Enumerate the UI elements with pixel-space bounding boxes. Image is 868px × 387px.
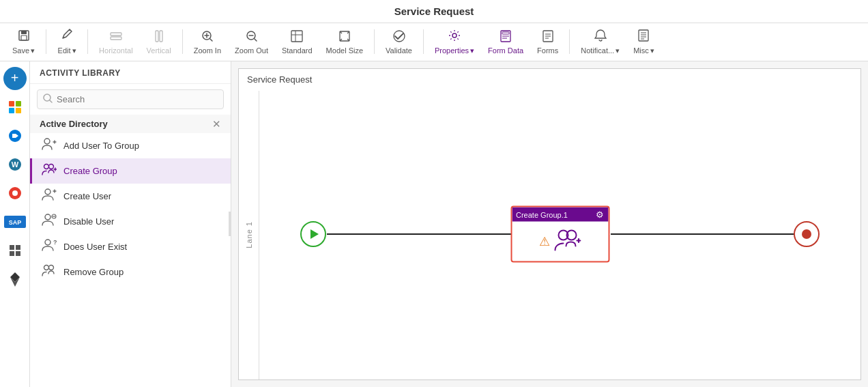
side-nav-zoom[interactable]: [3, 124, 27, 147]
zoom-out-button[interactable]: Zoom Out: [229, 27, 274, 58]
side-nav-sap[interactable]: SAP: [3, 210, 27, 233]
category-header: Active Directory ✕: [30, 115, 231, 133]
sep6: [569, 29, 570, 54]
edit-label: Edit: [58, 46, 71, 55]
library-item-create-group[interactable]: Create Group: [30, 158, 231, 184]
side-nav-eth[interactable]: [3, 268, 27, 291]
notifications-button[interactable]: Notificat... ▾: [575, 26, 625, 58]
sep5: [423, 29, 424, 54]
svg-rect-14: [502, 32, 509, 34]
canvas-label: Service Request: [247, 74, 312, 85]
search-icon: [43, 94, 53, 105]
svg-point-36: [49, 164, 54, 169]
svg-rect-26: [10, 251, 14, 256]
puzzle-icon: [8, 243, 23, 258]
edit-icon: [60, 29, 74, 46]
create-group-label: Create Group: [63, 166, 117, 176]
create-user-label: Create User: [63, 191, 111, 201]
search-box[interactable]: [37, 89, 224, 109]
library-list: Add User To Group Create Group Create Us…: [30, 133, 231, 387]
sep4: [374, 29, 375, 54]
forms-icon: [541, 29, 555, 47]
search-input[interactable]: [57, 94, 218, 104]
category-close-button[interactable]: ✕: [212, 119, 221, 129]
library-item-remove-group[interactable]: Remove Group: [30, 259, 231, 285]
form-data-icon: [499, 29, 512, 47]
vertical-icon: [152, 29, 166, 47]
save-button[interactable]: Save ▾: [7, 26, 40, 58]
library-item-disable-user[interactable]: Disable User: [30, 209, 231, 234]
zoom-in-icon: [201, 29, 214, 47]
end-node[interactable]: [794, 221, 820, 247]
does-user-exist-label: Does User Exist: [63, 242, 127, 252]
circle-icon: [8, 186, 23, 201]
activity-node-gear[interactable]: ⚙: [596, 210, 604, 220]
remove-group-label: Remove Group: [63, 267, 124, 277]
main-area: + W SAP ACTIVITY LIBR: [0, 61, 868, 387]
library-item-create-user[interactable]: Create User: [30, 184, 231, 209]
add-user-icon: [42, 138, 57, 154]
wordpress-icon: W: [8, 157, 23, 172]
zoom-in-button[interactable]: Zoom In: [188, 27, 227, 58]
side-nav-puzzle[interactable]: [3, 239, 27, 262]
does-user-exist-icon: ?: [42, 239, 57, 255]
horizontal-button[interactable]: Horizontal: [93, 27, 139, 58]
svg-rect-1: [21, 31, 27, 34]
validate-button[interactable]: Validate: [380, 27, 418, 58]
properties-button[interactable]: Properties ▾: [429, 26, 480, 58]
model-size-label: Model Size: [326, 46, 363, 55]
library-item-add-user-to-group[interactable]: Add User To Group: [30, 133, 231, 158]
activity-node-body: ⚠: [512, 222, 608, 261]
add-user-to-group-label: Add User To Group: [63, 141, 139, 151]
svg-point-35: [44, 164, 49, 169]
svg-rect-25: [16, 245, 20, 250]
arrow-activity-to-end: [611, 233, 820, 235]
zoom-out-icon: [245, 29, 259, 47]
add-icon: +: [11, 70, 19, 86]
svg-rect-27: [16, 251, 20, 256]
save-icon: [17, 29, 31, 46]
sep1: [46, 29, 46, 54]
disable-user-label: Disable User: [63, 216, 114, 227]
svg-point-21: [12, 190, 18, 196]
activity-node[interactable]: Create Group.1 ⚙ ⚠: [510, 206, 609, 263]
create-user-icon: [42, 188, 57, 204]
canvas-area[interactable]: Service Request Lane 1 Create Group.1 ⚙: [231, 61, 868, 387]
library-header: ACTIVITY LIBRARY: [30, 61, 231, 84]
lane-label: Lane 1: [245, 221, 253, 248]
forms-label: Forms: [537, 46, 558, 55]
lane-area: Lane 1: [239, 91, 259, 379]
activity-node-header: Create Group.1 ⚙: [512, 207, 608, 222]
notifications-label: Notificat...: [581, 46, 614, 55]
svg-rect-5: [156, 31, 158, 42]
side-nav-wp[interactable]: W: [3, 153, 27, 176]
svg-line-31: [50, 100, 52, 102]
vertical-button[interactable]: Vertical: [141, 27, 177, 58]
canvas-container: Service Request Lane 1 Create Group.1 ⚙: [238, 68, 861, 380]
horizontal-label: Horizontal: [99, 46, 133, 55]
library-item-does-user-exist[interactable]: ? Does User Exist: [30, 234, 231, 259]
video-icon: [8, 128, 23, 143]
edit-button[interactable]: Edit ▾: [52, 26, 82, 58]
side-nav-circle[interactable]: [3, 182, 27, 205]
form-data-button[interactable]: Form Data: [482, 27, 529, 58]
start-node[interactable]: [300, 221, 326, 247]
forms-button[interactable]: Forms: [532, 27, 564, 58]
horizontal-icon: [109, 29, 123, 47]
validate-label: Validate: [386, 46, 412, 55]
model-size-icon: [338, 29, 351, 47]
side-nav-add[interactable]: +: [3, 67, 27, 90]
svg-rect-24: [10, 245, 14, 250]
remove-group-icon: [42, 264, 57, 280]
svg-point-45: [45, 240, 50, 245]
category-title: Active Directory: [40, 119, 108, 129]
svg-point-39: [45, 189, 50, 195]
standard-button[interactable]: Standard: [276, 27, 318, 58]
sep3: [182, 29, 183, 54]
model-size-button[interactable]: Model Size: [321, 27, 368, 58]
ms-logo-icon: [9, 101, 21, 113]
properties-icon: [448, 29, 461, 46]
side-nav-ms[interactable]: [3, 96, 27, 119]
svg-rect-6: [160, 31, 162, 42]
misc-button[interactable]: Misc ▾: [628, 26, 660, 58]
